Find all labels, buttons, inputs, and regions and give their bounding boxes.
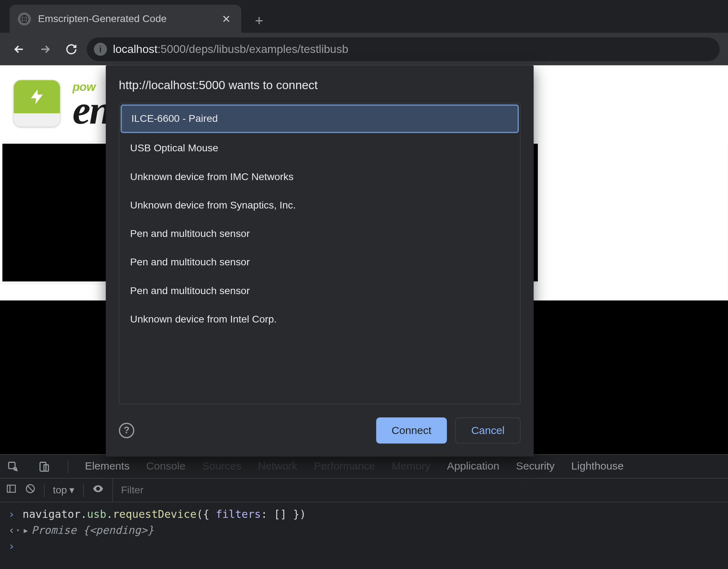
device-option[interactable]: Unknown device from IMC Networks <box>119 163 520 191</box>
site-info-icon[interactable]: i <box>94 43 107 56</box>
back-button[interactable] <box>8 38 30 60</box>
devtools-tab-sources[interactable]: Sources <box>202 460 241 473</box>
device-option[interactable]: Pen and multitouch sensor <box>119 220 520 248</box>
svg-rect-2 <box>40 462 46 471</box>
context-selector[interactable]: top ▾ <box>53 484 75 497</box>
sidebar-toggle-icon[interactable] <box>6 483 17 497</box>
new-tab-button[interactable]: + <box>247 9 271 33</box>
devtools-tab-network[interactable]: Network <box>258 460 297 473</box>
tab-title: Emscripten-Generated Code <box>38 13 213 25</box>
address-bar[interactable]: i localhost:5000/deps/libusb/examples/te… <box>87 37 719 61</box>
console-output-line: ▸Promise {<pending>} <box>23 524 154 536</box>
device-option[interactable]: Unknown device from Intel Corp. <box>119 305 520 334</box>
connect-button[interactable]: Connect <box>376 417 447 444</box>
device-option[interactable]: Pen and multitouch sensor <box>119 248 520 277</box>
chevron-down-icon: ▾ <box>69 484 75 497</box>
console-output: › navigator.usb.requestDevice({ filters:… <box>0 502 728 569</box>
tab-strip: Emscripten-Generated Code ✕ + <box>0 0 728 33</box>
devtools-tab-elements[interactable]: Elements <box>85 460 129 473</box>
emscripten-icon <box>13 80 61 127</box>
console-filter-input[interactable] <box>112 478 722 502</box>
devtools-panel: Elements Console Sources Network Perform… <box>0 454 728 569</box>
browser-toolbar: i localhost:5000/deps/libusb/examples/te… <box>0 33 728 65</box>
prompt-gutter-icon[interactable]: › <box>8 540 16 552</box>
logo-text-large: en <box>73 94 111 126</box>
inspect-icon[interactable] <box>6 460 20 472</box>
svg-rect-4 <box>7 485 15 492</box>
console-toolbar: top ▾ <box>0 478 728 502</box>
usb-permission-dialog: http://localhost:5000 wants to connect I… <box>106 65 534 457</box>
dialog-prompt: http://localhost:5000 wants to connect <box>119 78 520 92</box>
output-gutter-icon: ‹· <box>8 524 16 536</box>
cancel-button[interactable]: Cancel <box>455 417 521 444</box>
forward-button[interactable] <box>34 38 56 60</box>
device-option[interactable]: ILCE-6600 - Paired <box>121 104 519 133</box>
url-text: localhost:5000/deps/libusb/examples/test… <box>113 43 348 56</box>
svg-line-7 <box>28 486 33 491</box>
device-option[interactable]: Unknown device from Synaptics, Inc. <box>119 191 520 220</box>
close-tab-icon[interactable]: ✕ <box>220 12 233 25</box>
reload-button[interactable] <box>61 38 82 60</box>
device-option[interactable]: Pen and multitouch sensor <box>119 277 520 305</box>
browser-tab[interactable]: Emscripten-Generated Code ✕ <box>10 5 241 33</box>
device-option[interactable]: USB Optical Mouse <box>119 134 520 163</box>
console-input-line: navigator.usb.requestDevice({ filters: [… <box>23 508 306 520</box>
clear-console-icon[interactable] <box>25 483 36 497</box>
device-toggle-icon[interactable] <box>37 460 51 472</box>
help-icon[interactable]: ? <box>119 423 134 438</box>
devtools-tab-memory[interactable]: Memory <box>392 460 430 473</box>
devtools-tab-lighthouse[interactable]: Lighthouse <box>571 460 623 473</box>
devtools-tab-console[interactable]: Console <box>146 460 185 473</box>
devtools-tab-performance[interactable]: Performance <box>314 460 375 473</box>
eye-icon[interactable] <box>92 483 104 498</box>
input-gutter-icon: › <box>8 508 16 520</box>
devtools-tab-application[interactable]: Application <box>447 460 499 473</box>
globe-icon <box>18 12 31 25</box>
devtools-tabstrip: Elements Console Sources Network Perform… <box>0 455 728 479</box>
device-list: ILCE-6600 - Paired USB Optical Mouse Unk… <box>119 103 520 404</box>
devtools-tab-security[interactable]: Security <box>516 460 555 473</box>
